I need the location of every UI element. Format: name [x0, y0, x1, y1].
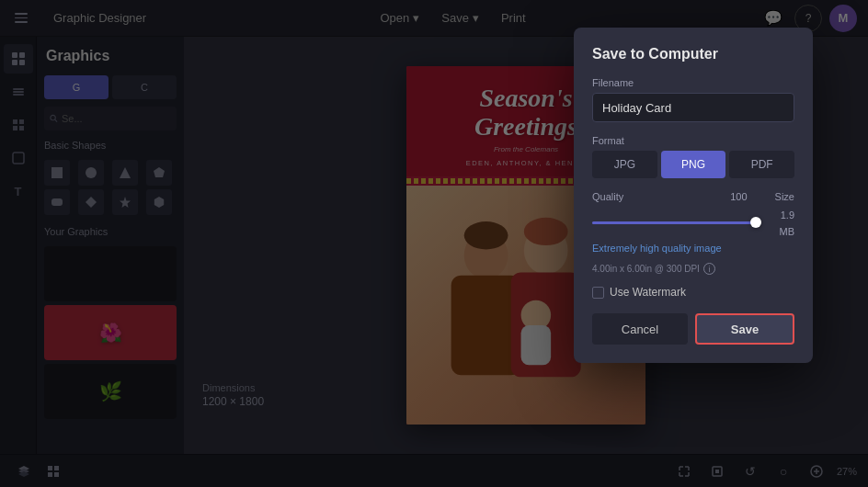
- size-value: 1.9 MB: [780, 210, 795, 237]
- info-icon[interactable]: i: [703, 263, 715, 275]
- watermark-label: Use Watermark: [610, 286, 686, 299]
- quality-slider-track[interactable]: [592, 221, 760, 224]
- quality-slider-container: [592, 221, 760, 224]
- quality-value: 100: [730, 191, 747, 202]
- format-label: Format: [592, 135, 794, 146]
- quality-link[interactable]: Extremely high quality image: [592, 243, 794, 254]
- modal-overlay: Save to Computer Filename Format JPG PNG…: [0, 0, 868, 487]
- filename-label: Filename: [592, 77, 794, 88]
- save-button[interactable]: Save: [695, 313, 794, 345]
- cancel-button[interactable]: Cancel: [592, 313, 688, 345]
- quality-label: Quality: [592, 191, 623, 202]
- watermark-checkbox[interactable]: [592, 287, 604, 299]
- format-png-button[interactable]: PNG: [661, 151, 726, 178]
- size-label: Size: [775, 191, 794, 202]
- watermark-row: Use Watermark: [592, 286, 794, 299]
- modal-title: Save to Computer: [592, 46, 794, 62]
- format-row: JPG PNG PDF: [592, 151, 794, 178]
- format-jpg-button[interactable]: JPG: [592, 151, 657, 178]
- format-pdf-button[interactable]: PDF: [729, 151, 794, 178]
- save-modal: Save to Computer Filename Format JPG PNG…: [574, 28, 813, 363]
- filename-input[interactable]: [592, 93, 794, 122]
- dpi-info: 4.00in x 6.00in @ 300 DPI i: [592, 263, 794, 275]
- modal-actions: Cancel Save: [592, 313, 794, 345]
- quality-row: Quality 100 Size: [592, 191, 794, 202]
- quality-slider-thumb[interactable]: [750, 217, 761, 228]
- quality-slider-fill: [592, 221, 760, 224]
